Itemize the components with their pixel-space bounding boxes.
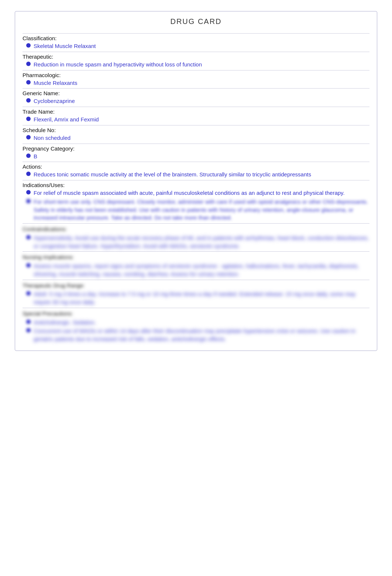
list-item: Reduces tonic somatic muscle activity at… xyxy=(26,170,369,179)
drug-card: DRUG CARD Classification: Skeletal Muscl… xyxy=(15,11,377,351)
list-item-blurred: Assess muscle spasms, report signs and s… xyxy=(26,262,369,278)
section-items-classification: Skeletal Muscle Relaxant xyxy=(23,42,369,50)
section-generic-name: Generic Name: Cyclobenzaprine xyxy=(23,90,369,105)
section-items-nursing-implications: Assess muscle spasms, report signs and s… xyxy=(23,262,369,278)
list-item: Reduction in muscle spasm and hyperactiv… xyxy=(26,61,369,69)
section-items-pharmacologic: Muscle Relaxants xyxy=(23,79,369,87)
bullet-icon xyxy=(26,235,31,239)
section-items-indications: For relief of muscle spasm associated wi… xyxy=(23,189,369,222)
list-item: B xyxy=(26,152,369,161)
bullet-icon xyxy=(26,43,31,48)
list-item-blurred: For short-term use only. CNS depressant.… xyxy=(26,198,369,222)
bullet-icon xyxy=(26,190,31,194)
list-item-blurred: Hypersensitivity. Avoid use during the a… xyxy=(26,234,369,250)
section-indications: Indications/Uses: For relief of muscle s… xyxy=(23,182,369,222)
section-items-therapeutic-drug-range: Adult: 5 mg 3 times a day. Increase to 7… xyxy=(23,290,369,306)
section-label-pharmacologic: Pharmacologic: xyxy=(23,72,369,78)
bullet-icon xyxy=(26,199,31,203)
section-items-trade-name: Flexeril, Amrix and Fexmid xyxy=(23,115,369,124)
bullet-icon xyxy=(26,320,31,324)
list-item-blurred: Anticholinergic. Sedation. xyxy=(26,318,369,327)
section-label-special-precautions: Special Precautions: xyxy=(23,310,369,318)
section-classification: Classification: Skeletal Muscle Relaxant xyxy=(23,35,369,50)
bullet-icon xyxy=(26,172,31,176)
list-item-blurred: Adult: 5 mg 3 times a day. Increase to 7… xyxy=(26,290,369,306)
section-label-schedule-no: Schedule No: xyxy=(23,127,369,133)
bullet-icon xyxy=(26,80,31,84)
section-actions: Actions: Reduces tonic somatic muscle ac… xyxy=(23,163,369,179)
section-items-schedule-no: Non scheduled xyxy=(23,134,369,142)
bullet-icon xyxy=(26,291,31,296)
section-label-pregnancy-category: Pregnancy Category: xyxy=(23,145,369,152)
section-items-generic-name: Cyclobenzaprine xyxy=(23,97,369,105)
bullet-icon xyxy=(26,98,31,103)
bullet-icon xyxy=(26,154,31,158)
bullet-icon xyxy=(26,62,31,66)
section-label-indications: Indications/Uses: xyxy=(23,182,369,188)
section-therapeutic-drug-range: Therapeutic Drug Range: Adult: 5 mg 3 ti… xyxy=(23,282,369,306)
section-therapeutic: Therapeutic: Reduction in muscle spasm a… xyxy=(23,54,369,69)
section-label-generic-name: Generic Name: xyxy=(23,90,369,96)
section-label-classification: Classification: xyxy=(23,35,369,41)
section-pregnancy-category: Pregnancy Category: B xyxy=(23,145,369,161)
section-contraindications: Contraindications: Hypersensitivity. Avo… xyxy=(23,225,369,250)
list-item-blurred: Concurrent use of MAOIs or within 14 day… xyxy=(26,327,369,343)
bullet-icon xyxy=(26,263,31,268)
list-item: Non scheduled xyxy=(26,134,369,142)
section-items-actions: Reduces tonic somatic muscle activity at… xyxy=(23,170,369,179)
section-label-trade-name: Trade Name: xyxy=(23,108,369,115)
section-label-actions: Actions: xyxy=(23,163,369,170)
section-items-pregnancy-category: B xyxy=(23,152,369,161)
list-item: Flexeril, Amrix and Fexmid xyxy=(26,115,369,124)
list-item: For relief of muscle spasm associated wi… xyxy=(26,189,369,197)
section-schedule-no: Schedule No: Non scheduled xyxy=(23,127,369,142)
section-items-special-precautions: Anticholinergic. Sedation. Concurrent us… xyxy=(23,318,369,343)
list-item: Muscle Relaxants xyxy=(26,79,369,87)
list-item: Cyclobenzaprine xyxy=(26,97,369,105)
bullet-icon xyxy=(26,117,31,121)
section-trade-name: Trade Name: Flexeril, Amrix and Fexmid xyxy=(23,108,369,124)
section-label-nursing-implications: Nursing Implications: xyxy=(23,253,369,261)
section-special-precautions: Special Precautions: Anticholinergic. Se… xyxy=(23,310,369,343)
bullet-icon xyxy=(26,135,31,139)
list-item: Skeletal Muscle Relaxant xyxy=(26,42,369,50)
section-nursing-implications: Nursing Implications: Assess muscle spas… xyxy=(23,253,369,278)
section-items-therapeutic: Reduction in muscle spasm and hyperactiv… xyxy=(23,61,369,69)
section-items-contraindications: Hypersensitivity. Avoid use during the a… xyxy=(23,234,369,250)
section-pharmacologic: Pharmacologic: Muscle Relaxants xyxy=(23,72,369,87)
section-label-therapeutic-drug-range: Therapeutic Drug Range: xyxy=(23,282,369,290)
section-label-therapeutic: Therapeutic: xyxy=(23,54,369,60)
section-label-contraindications: Contraindications: xyxy=(23,225,369,233)
card-title: DRUG CARD xyxy=(23,17,369,28)
page-wrapper: DRUG CARD Classification: Skeletal Muscl… xyxy=(0,0,392,362)
bullet-icon xyxy=(26,328,31,332)
